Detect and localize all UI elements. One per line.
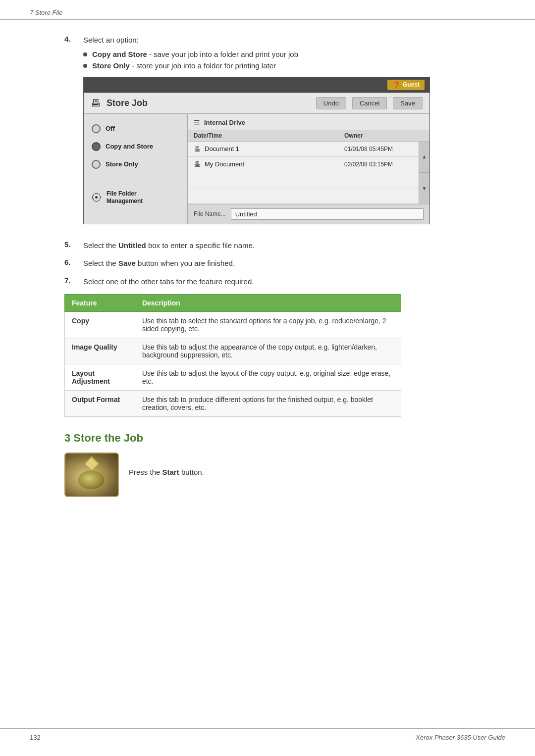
- bullet-store-only: Store Only - store your job into a folde…: [83, 61, 505, 70]
- save-button[interactable]: Save: [393, 97, 423, 109]
- bullet-2-rest: - store your job into a folder for print…: [132, 61, 276, 70]
- device-body: Off Copy and Store Store Only: [84, 114, 429, 224]
- filename-bar: File Name...: [188, 204, 429, 224]
- option-store-only[interactable]: Store Only: [84, 155, 187, 173]
- drive-name: Internal Drive: [204, 119, 245, 126]
- store-job-icon: 🖶: [91, 98, 101, 109]
- file-name-2: My Document: [205, 160, 344, 168]
- drive-icon: ☰: [194, 119, 200, 127]
- bullet-2-bold: Store Only: [92, 61, 130, 70]
- feature-table: Feature Description Copy Use this tab to…: [64, 294, 401, 417]
- file-row-1[interactable]: 🖶 Document 1 01/01/08 05:45PM: [188, 142, 429, 157]
- option-label-copy-store: Copy and Store: [106, 143, 153, 150]
- folder-management-btn[interactable]: 🖸 File Folder Management: [84, 183, 187, 210]
- step-4: 4. Select an option: Copy and Store - sa…: [64, 35, 505, 233]
- store-job-title: Store Job: [107, 98, 310, 108]
- folder-label-line1: File Folder: [107, 190, 143, 198]
- step-6-post: button when you are finished.: [138, 259, 235, 267]
- file-icon-1: 🖶: [194, 145, 201, 153]
- file-date-2: 02/02/08 03:15PM: [344, 161, 424, 168]
- step-7-number: 7.: [64, 276, 83, 285]
- bullet-dot-1: [83, 52, 87, 56]
- col-datetime: Date/Time: [194, 132, 344, 139]
- filename-input[interactable]: [231, 208, 424, 220]
- guest-label: Guest: [403, 81, 420, 88]
- option-label-store-only: Store Only: [106, 160, 138, 168]
- start-area: Press the Start button.: [64, 453, 505, 497]
- footer-page-number: 132: [30, 734, 41, 741]
- feature-table-header-row: Feature Description: [65, 295, 401, 312]
- table-row-image-quality: Image Quality Use this tab to adjust the…: [65, 338, 401, 364]
- page-footer: 132 Xerox Phaser 3635 User Guide: [0, 728, 535, 741]
- start-text-bold: Start: [162, 468, 179, 476]
- scroll-up-button[interactable]: ▲: [419, 142, 429, 173]
- file-date-1: 01/01/08 05:45PM: [344, 146, 424, 152]
- feature-copy: Copy: [65, 312, 135, 338]
- folder-label-line2: Management: [107, 198, 143, 205]
- drive-header: ☰ Internal Drive: [188, 114, 429, 130]
- step-7: 7. Select one of the other tabs for the …: [64, 276, 505, 288]
- cancel-button[interactable]: Cancel: [352, 97, 387, 109]
- guest-icon: ❓: [392, 81, 400, 89]
- bullet-1-rest: - save your job into a folder and print …: [149, 50, 298, 58]
- guest-button[interactable]: ❓ Guest: [387, 80, 425, 90]
- description-image-quality: Use this tab to adjust the appearance of…: [135, 338, 401, 364]
- device-ui-panel: ❓ Guest 🖶 Store Job Undo Cancel Save: [83, 77, 430, 224]
- scroll-buttons: ▲ ▼: [419, 142, 429, 204]
- table-row-copy: Copy Use this tab to select the standard…: [65, 312, 401, 338]
- step-6-pre: Select the: [83, 259, 118, 267]
- footer-document-title: Xerox Phaser 3635 User Guide: [416, 734, 505, 741]
- file-row-empty-1: [188, 172, 429, 188]
- undo-button[interactable]: Undo: [316, 97, 346, 109]
- right-panel: ☰ Internal Drive Date/Time Owner: [188, 114, 429, 224]
- start-button-shape: [78, 470, 106, 490]
- folder-label: File Folder Management: [107, 190, 143, 205]
- step-6-content: Select the Save button when you are fini…: [83, 258, 505, 269]
- step-5-pre: Select the: [83, 241, 118, 250]
- bullet-dot-2: [83, 64, 87, 68]
- file-name-1: Document 1: [205, 145, 344, 152]
- device-topbar: ❓ Guest: [84, 77, 429, 93]
- table-row-output-format: Output Format Use this tab to produce di…: [65, 391, 401, 417]
- option-off[interactable]: Off: [84, 120, 187, 138]
- file-row-2[interactable]: 🖶 My Document 02/02/08 03:15PM: [188, 157, 429, 172]
- scroll-down-button[interactable]: ▼: [419, 173, 429, 204]
- filename-label: File Name...: [194, 210, 226, 217]
- option-circle-copy-store: [92, 142, 101, 151]
- col-owner: Owner: [344, 132, 424, 139]
- device-titlebar: 🖶 Store Job Undo Cancel Save: [84, 93, 429, 114]
- description-output-format: Use this tab to produce different option…: [135, 391, 401, 417]
- step-5-bold: Untitled: [118, 241, 146, 250]
- option-circle-off: [92, 124, 101, 133]
- feature-image-quality: Image Quality: [65, 338, 135, 364]
- feature-output-format: Output Format: [65, 391, 135, 417]
- file-list-header: Date/Time Owner: [188, 130, 429, 142]
- left-panel: Off Copy and Store Store Only: [84, 114, 188, 224]
- option-label-off: Off: [106, 125, 115, 132]
- page-container: 7 Store File 4. Select an option: Copy a…: [0, 0, 535, 756]
- step-4-number: 4.: [64, 35, 83, 43]
- bullet-copy-and-store: Copy and Store - save your job into a fo…: [83, 50, 505, 58]
- step-4-content: Select an option: Copy and Store - save …: [83, 35, 505, 233]
- step-5: 5. Select the Untitled box to enter a sp…: [64, 240, 505, 252]
- file-icon-2: 🖶: [194, 160, 201, 168]
- start-text: Press the Start button.: [129, 453, 204, 478]
- step-7-content: Select one of the other tabs for the fea…: [83, 276, 505, 288]
- feature-col-header: Feature: [65, 295, 135, 312]
- step-4-text: Select an option:: [83, 36, 139, 44]
- step-5-post: box to enter a specific file name.: [148, 241, 255, 250]
- file-row-empty-2: [188, 188, 429, 204]
- start-text-pre: Press the: [129, 468, 162, 476]
- table-row-layout-adjustment: Layout Adjustment Use this tab to adjust…: [65, 364, 401, 391]
- description-col-header: Description: [135, 295, 401, 312]
- step-5-content: Select the Untitled box to enter a speci…: [83, 240, 505, 252]
- description-copy: Use this tab to select the standard opti…: [135, 312, 401, 338]
- step-6-number: 6.: [64, 258, 83, 266]
- description-layout-adjustment: Use this tab to adjust the layout of the…: [135, 364, 401, 391]
- start-text-post: button.: [181, 468, 204, 476]
- section-3-heading: 3 Store the Job: [64, 432, 505, 445]
- section-label: 7 Store File: [30, 9, 62, 16]
- option-copy-and-store[interactable]: Copy and Store: [84, 138, 187, 155]
- step-6: 6. Select the Save button when you are f…: [64, 258, 505, 269]
- step-4-bullets: Copy and Store - save your job into a fo…: [83, 50, 505, 70]
